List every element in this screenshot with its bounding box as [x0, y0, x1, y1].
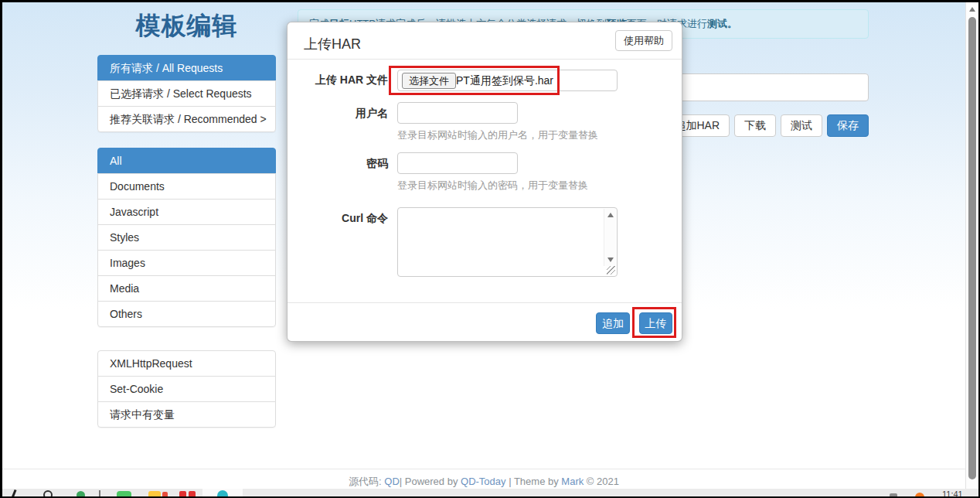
download-button[interactable]: 下载: [734, 114, 776, 137]
choose-file-button[interactable]: 选择文件: [402, 73, 456, 89]
sidebar-item-set-cookie[interactable]: Set-Cookie: [97, 376, 276, 402]
modal-footer-divider: [288, 302, 682, 303]
resize-grip-icon[interactable]: [607, 266, 615, 275]
footer-link-qd[interactable]: QD: [384, 476, 400, 487]
modal-title: 上传HAR: [304, 35, 361, 53]
sidebar-item-documents[interactable]: Documents: [97, 173, 276, 200]
sidebar-item-media[interactable]: Media: [97, 275, 276, 302]
sidebar-item-xmlhttprequest[interactable]: XMLHttpRequest: [97, 350, 276, 377]
vertical-scrollbar[interactable]: [965, 2, 978, 489]
help-button[interactable]: 使用帮助: [615, 30, 672, 51]
curl-scrollbar[interactable]: [604, 209, 616, 266]
upload-button[interactable]: 上传: [639, 312, 672, 334]
scroll-up-icon[interactable]: [607, 213, 614, 217]
scroll-down-icon[interactable]: [607, 258, 614, 262]
sidebar-request-groups: 所有请求 / All Requests 已选择请求 / Select Reque…: [97, 55, 276, 132]
upload-har-modal: 上传HAR 使用帮助 上传 HAR 文件 选择文件 PT通用签到保号.har 用…: [287, 22, 682, 342]
page-root: 模板编辑 完成目标HTTP请求完成后，请挑选上方每个分类选择请求，切换到预览页面…: [0, 0, 980, 498]
page-title: 模板编辑: [97, 9, 276, 43]
username-help-text: 登录目标网站时输入的用户名，用于变量替换: [397, 128, 598, 142]
footer-link-mark[interactable]: Mark: [561, 476, 584, 487]
password-input[interactable]: [397, 152, 518, 174]
alert-bold-test: 测试。: [707, 18, 737, 29]
sidebar-item-recommended[interactable]: 推荐关联请求 / Recommended >: [97, 106, 276, 132]
test-button[interactable]: 测试: [781, 114, 822, 137]
sidebar-misc-filters: XMLHttpRequest Set-Cookie 请求中有变量: [97, 350, 276, 428]
window-border-left: [0, 0, 2, 498]
modal-header-divider: [288, 59, 682, 60]
sidebar-item-all-requests[interactable]: 所有请求 / All Requests: [97, 55, 276, 81]
sidebar-item-all[interactable]: All: [97, 148, 276, 174]
footer-text: | Theme by: [506, 476, 562, 487]
username-input[interactable]: [397, 102, 518, 124]
password-label: 密码: [288, 157, 388, 171]
footer-link-qd-today[interactable]: QD-Today: [461, 476, 506, 487]
username-label: 用户名: [288, 107, 388, 121]
scrollbar-thumb[interactable]: [968, 17, 976, 479]
footer-text: 源代码:: [349, 476, 384, 487]
save-button[interactable]: 保存: [827, 114, 869, 137]
har-file-input[interactable]: 选择文件 PT通用签到保号.har: [397, 70, 618, 91]
sidebar-item-others[interactable]: Others: [97, 301, 276, 327]
window-border-top: [0, 0, 980, 2]
sidebar-item-styles[interactable]: Styles: [97, 224, 276, 251]
selected-filename: PT通用签到保号.har: [456, 70, 553, 91]
sidebar-type-filters: All Documents Javascript Styles Images M…: [97, 148, 276, 327]
sidebar-item-request-variables[interactable]: 请求中有变量: [97, 401, 276, 428]
footer-text: | Powered by: [400, 476, 461, 487]
append-button[interactable]: 追加: [596, 312, 630, 334]
footer-copyright: © 2021: [584, 476, 619, 487]
sidebar-item-javascript[interactable]: Javascript: [97, 199, 276, 225]
curl-label: Curl 命令: [288, 212, 388, 226]
password-help-text: 登录目标网站时输入的密码，用于变量替换: [397, 179, 588, 193]
curl-input[interactable]: [397, 207, 618, 277]
scrollbar-up-icon[interactable]: [969, 7, 975, 12]
sidebar-item-images[interactable]: Images: [97, 250, 276, 276]
har-file-label: 上传 HAR 文件: [288, 73, 388, 87]
sidebar-item-selected-requests[interactable]: 已选择请求 / Select Requests: [97, 80, 276, 107]
